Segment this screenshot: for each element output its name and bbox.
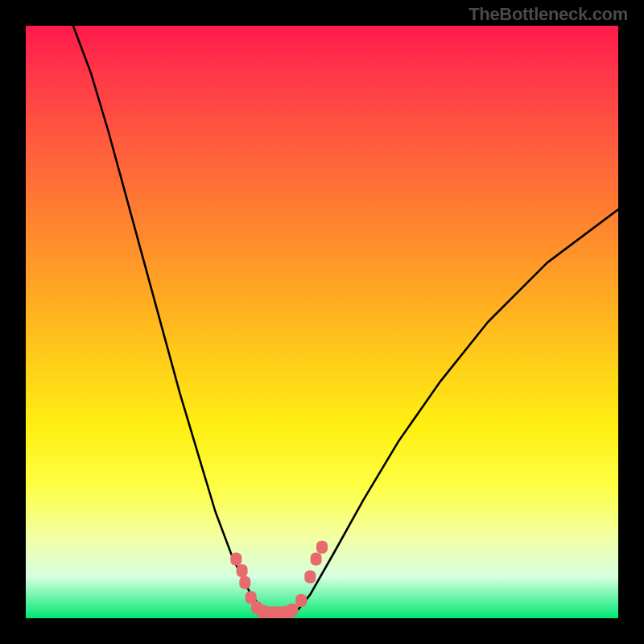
brand-watermark: TheBottleneck.com [469,4,628,25]
curve-layer [26,26,618,618]
curve-marker [230,552,242,565]
curve-marker [316,541,328,554]
curve-marker [239,576,250,589]
curve-marker [311,552,322,565]
plot-area [26,26,618,618]
curve-marker [295,594,307,607]
marker-group [230,541,328,618]
bottleneck-curve [73,26,618,613]
chart-frame: TheBottleneck.com [0,0,644,644]
curve-flat-marker [257,606,295,618]
curve-marker [304,571,316,584]
curve-marker [237,564,248,577]
